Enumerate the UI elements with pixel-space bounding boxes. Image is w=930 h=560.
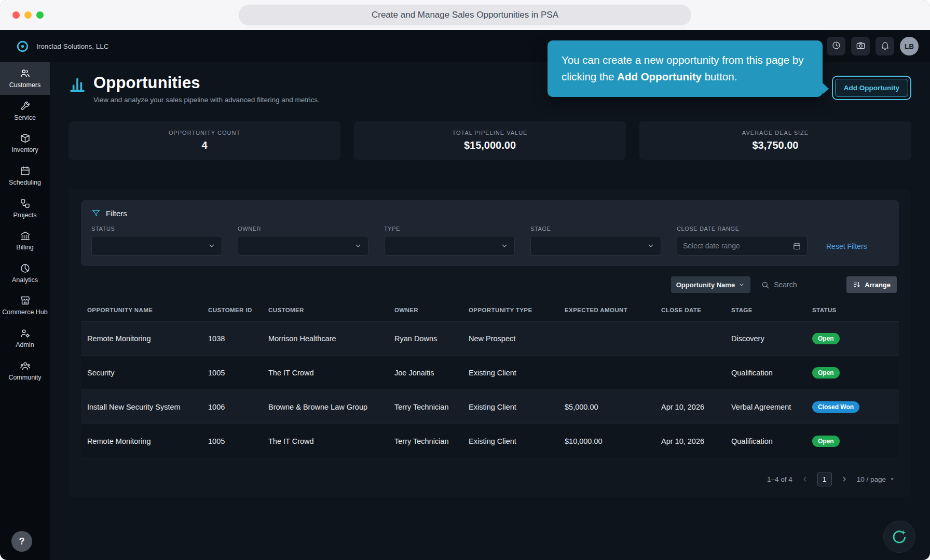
- cell-customer-id: 1038: [202, 334, 262, 343]
- sidebar-item-commerce-hub[interactable]: Commerce Hub: [0, 289, 50, 322]
- column-header-owner[interactable]: OWNER: [388, 299, 462, 321]
- minimize-window-button[interactable]: [24, 11, 32, 19]
- app-window: Create and Manage Sales Opportunities in…: [0, 0, 930, 560]
- page-subtitle: View and analyze your sales pipeline wit…: [93, 96, 320, 104]
- cell-customer: The IT Crowd: [262, 369, 388, 377]
- current-page-button[interactable]: 1: [817, 472, 832, 486]
- cell-status: Open: [806, 367, 899, 379]
- column-header-opportunity-type[interactable]: OPPORTUNITY TYPE: [462, 299, 558, 321]
- sidebar-item-admin[interactable]: Admin: [0, 322, 50, 355]
- date-range-input[interactable]: [683, 242, 792, 250]
- add-opportunity-highlight-ring: Add Opportunity: [832, 76, 911, 100]
- filter-label: STATUS: [91, 226, 222, 232]
- arrange-icon: [853, 281, 861, 289]
- metrics-row: OPPORTUNITY COUNT4TOTAL PIPELINE VALUE$1…: [69, 121, 911, 160]
- previous-page-button[interactable]: [801, 475, 809, 483]
- titlebar: Create and Manage Sales Opportunities in…: [0, 0, 930, 30]
- table-row[interactable]: Remote Monitoring1005The IT CrowdTerry T…: [81, 424, 899, 458]
- table-row[interactable]: Remote Monitoring1038Morrison Healthcare…: [81, 321, 899, 356]
- onboarding-tooltip: You can create a new opportunity from th…: [548, 40, 823, 97]
- sidebar-item-community[interactable]: Community: [0, 355, 50, 387]
- sidebar-item-service[interactable]: Service: [0, 95, 50, 128]
- search-input[interactable]: [774, 281, 836, 289]
- chevron-down-icon: [647, 242, 655, 250]
- add-opportunity-button[interactable]: Add Opportunity: [835, 79, 908, 97]
- type-filter-select[interactable]: [384, 236, 515, 256]
- status-badge: Closed Won: [812, 401, 859, 413]
- filters-row: STATUSOWNERTYPESTAGE CLOSE DATE RANGE Re…: [91, 226, 888, 256]
- owner-filter-field: OWNER: [238, 226, 368, 256]
- table-row[interactable]: Install New Security System1006Browne & …: [81, 390, 899, 424]
- screenshot-button[interactable]: [851, 37, 870, 55]
- next-page-button[interactable]: [840, 475, 849, 483]
- cell-stage: Qualification: [725, 437, 806, 445]
- sidebar-item-label: Analytics: [12, 276, 38, 285]
- zoom-window-button[interactable]: [36, 11, 44, 19]
- ai-assistant-button[interactable]: [883, 521, 915, 553]
- table-controls: Opportunity Name Arrange: [83, 276, 897, 293]
- stage-filter-select[interactable]: [530, 236, 661, 256]
- arrange-button[interactable]: Arrange: [846, 276, 897, 293]
- inventory-icon: [20, 133, 31, 144]
- notifications-button[interactable]: [876, 37, 894, 55]
- column-header-stage[interactable]: STAGE: [725, 299, 806, 321]
- sidebar-item-customers[interactable]: Customers: [0, 62, 50, 95]
- column-header-customer-id[interactable]: CUSTOMER ID: [202, 299, 262, 321]
- column-header-status[interactable]: STATUS: [806, 299, 899, 321]
- column-header-opportunity-name[interactable]: OPPORTUNITY NAME: [81, 299, 202, 321]
- chevron-down-icon: [354, 242, 362, 250]
- billing-icon: [20, 230, 31, 241]
- filter-label: OWNER: [238, 226, 368, 232]
- filter-funnel-icon: [91, 208, 101, 218]
- cell-opportunity-type: Existing Client: [462, 437, 558, 445]
- column-header-close-date[interactable]: CLOSE DATE: [655, 299, 725, 321]
- sidebar-item-label: Billing: [16, 244, 33, 252]
- ai-assistant-icon: [891, 528, 908, 545]
- window-controls: [12, 11, 44, 19]
- sidebar-item-projects[interactable]: Projects: [0, 192, 50, 225]
- cell-expected-amount: $10,000.00: [558, 437, 655, 445]
- metric-card: OPPORTUNITY COUNT4: [69, 121, 340, 160]
- cell-owner: Ryan Downs: [388, 334, 462, 343]
- user-avatar[interactable]: LB: [900, 37, 919, 55]
- metric-label: AVERAGE DEAL SIZE: [742, 130, 809, 136]
- owner-filter-select[interactable]: [238, 236, 368, 256]
- tooltip-text-after: button.: [702, 71, 737, 82]
- table-row[interactable]: Security1005The IT CrowdJoe JonaitisExis…: [81, 356, 899, 390]
- chevron-down-icon: [738, 281, 745, 288]
- status-filter-select[interactable]: [91, 236, 222, 256]
- page-size-dropdown[interactable]: 10 / page: [857, 475, 896, 483]
- cell-opportunity-type: Existing Client: [462, 369, 558, 377]
- sidebar-item-inventory[interactable]: Inventory: [0, 127, 50, 160]
- type-filter-field: TYPE: [384, 226, 515, 256]
- cell-stage: Qualification: [725, 369, 806, 377]
- filters-header: Filters: [91, 208, 888, 218]
- reset-filters-link[interactable]: Reset Filters: [826, 242, 867, 250]
- cell-status: Open: [806, 333, 899, 344]
- table-body: Remote Monitoring1038Morrison Healthcare…: [81, 321, 899, 458]
- cell-stage: Verbal Agreement: [725, 403, 806, 411]
- sidebar-item-scheduling[interactable]: Scheduling: [0, 160, 50, 192]
- filter-label: CLOSE DATE RANGE: [677, 226, 808, 232]
- column-header-customer[interactable]: CUSTOMER: [262, 299, 388, 321]
- page-size-label: 10 / page: [857, 475, 886, 483]
- sidebar-item-analytics[interactable]: Analytics: [0, 257, 50, 290]
- help-button[interactable]: ?: [11, 531, 32, 552]
- caret-down-icon: [888, 475, 896, 483]
- close-window-button[interactable]: [12, 11, 20, 19]
- customers-icon: [20, 68, 31, 79]
- cell-owner: Terry Technician: [388, 403, 462, 411]
- bar-chart-icon: [69, 76, 86, 93]
- cell-opportunity-name: Install New Security System: [81, 403, 202, 411]
- column-header-expected-amount[interactable]: EXPECTED AMOUNT: [558, 299, 655, 321]
- sort-field-dropdown[interactable]: Opportunity Name: [671, 276, 750, 293]
- close-date-range-field: CLOSE DATE RANGE: [677, 226, 808, 256]
- sidebar-item-billing[interactable]: Billing: [0, 225, 50, 257]
- cell-customer-id: 1006: [202, 403, 262, 411]
- sort-field-label: Opportunity Name: [676, 281, 735, 289]
- history-button[interactable]: [827, 37, 845, 55]
- app-logo-icon: [16, 39, 30, 53]
- search-box: [757, 276, 840, 293]
- opportunities-panel: Filters STATUSOWNERTYPESTAGE CLOSE DATE …: [69, 189, 911, 497]
- app-body: CustomersServiceInventorySchedulingProje…: [0, 62, 930, 560]
